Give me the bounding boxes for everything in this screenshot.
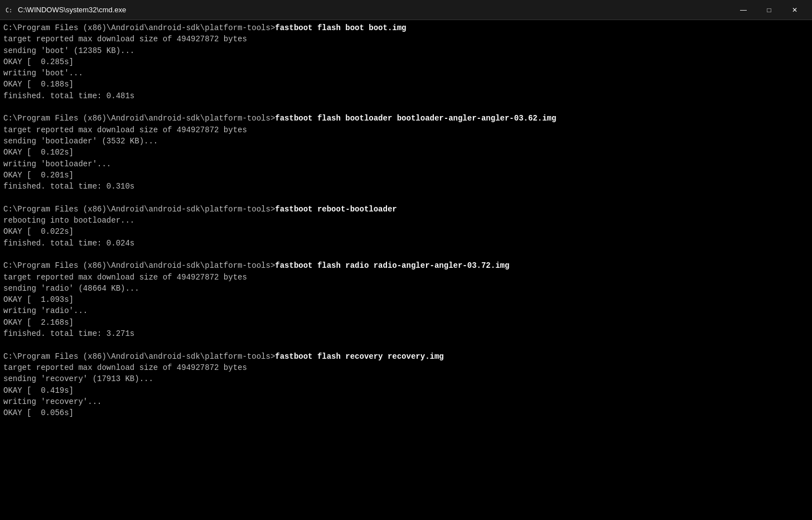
console-line: OKAY [ 2.168s] xyxy=(3,317,809,328)
cmd-icon: C: xyxy=(4,6,13,15)
console-line: target reported max download size of 494… xyxy=(3,362,809,373)
console-line: target reported max download size of 494… xyxy=(3,272,809,283)
console-line: sending 'recovery' (17913 KB)... xyxy=(3,373,809,384)
console-line: OKAY [ 0.285s] xyxy=(3,56,809,68)
console-line: OKAY [ 0.102s] xyxy=(3,147,809,158)
console-line: sending 'radio' (48664 KB)... xyxy=(3,283,809,294)
console-line: writing 'recovery'... xyxy=(3,396,809,407)
minimize-button[interactable]: — xyxy=(731,0,756,20)
console-line: finished. total time: 0.481s xyxy=(3,90,809,102)
console-line: writing 'radio'... xyxy=(3,305,809,316)
console-line xyxy=(3,339,809,350)
close-button[interactable]: ✕ xyxy=(782,0,808,20)
console-line: target reported max download size of 494… xyxy=(3,124,809,136)
title-bar-controls: — □ ✕ xyxy=(731,0,808,20)
title-bar: C: C:\WINDOWS\system32\cmd.exe — □ ✕ xyxy=(0,0,812,20)
console-line: C:\Program Files (x86)\Android\android-s… xyxy=(3,22,809,33)
console-line: C:\Program Files (x86)\Android\android-s… xyxy=(3,113,809,124)
window-title: C:\WINDOWS\system32\cmd.exe xyxy=(18,6,126,14)
console-line xyxy=(3,102,809,113)
maximize-button[interactable]: □ xyxy=(756,0,782,20)
console-line xyxy=(3,249,809,260)
console-line: OKAY [ 0.188s] xyxy=(3,79,809,90)
console-line: writing 'boot'... xyxy=(3,68,809,79)
console-line: OKAY [ 0.419s] xyxy=(3,385,809,396)
console-output: C:\Program Files (x86)\Android\android-s… xyxy=(0,20,812,520)
console-line: C:\Program Files (x86)\Android\android-s… xyxy=(3,260,809,271)
svg-text:C:: C: xyxy=(6,7,12,13)
console-line: finished. total time: 0.024s xyxy=(3,238,809,249)
console-line: C:\Program Files (x86)\Android\android-s… xyxy=(3,351,809,362)
console-line: OKAY [ 0.056s] xyxy=(3,407,809,418)
console-line: OKAY [ 1.093s] xyxy=(3,294,809,305)
console-line: rebooting into bootloader... xyxy=(3,215,809,226)
console-line: OKAY [ 0.022s] xyxy=(3,226,809,237)
console-line: finished. total time: 3.271s xyxy=(3,328,809,339)
console-line: C:\Program Files (x86)\Android\android-s… xyxy=(3,204,809,215)
title-bar-left: C: C:\WINDOWS\system32\cmd.exe xyxy=(4,6,126,15)
console-line: writing 'bootloader'... xyxy=(3,158,809,170)
console-line: OKAY [ 0.201s] xyxy=(3,170,809,181)
console-line xyxy=(3,192,809,203)
console-line: target reported max download size of 494… xyxy=(3,33,809,45)
console-line: finished. total time: 0.310s xyxy=(3,181,809,192)
console-line: sending 'bootloader' (3532 KB)... xyxy=(3,136,809,147)
console-line: sending 'boot' (12385 KB)... xyxy=(3,45,809,56)
